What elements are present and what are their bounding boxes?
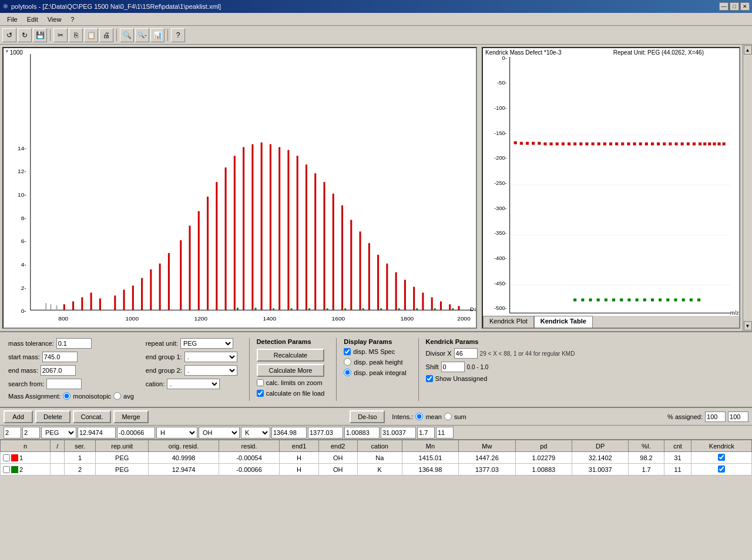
detection-params-col: Detection Params Recalculate Calculate M… <box>249 338 325 401</box>
toolbar-paste[interactable]: 📋 <box>84 28 98 42</box>
toolbar-refresh[interactable]: ↻ <box>18 28 32 42</box>
svg-rect-127 <box>687 143 690 146</box>
svg-rect-120 <box>645 143 648 146</box>
cation-label: cation: <box>146 380 164 387</box>
toolbar-chart[interactable]: 📊 <box>150 28 164 42</box>
disp-ms-spec-checkbox[interactable] <box>344 348 351 355</box>
toolbar-copy[interactable]: ⎘ <box>69 28 83 42</box>
svg-text:0-: 0- <box>21 308 26 314</box>
row-num2-input[interactable] <box>22 427 40 438</box>
svg-text:2000: 2000 <box>457 315 471 322</box>
delete-button[interactable]: Delete <box>35 410 70 423</box>
menu-view[interactable]: View <box>43 15 66 24</box>
kendrick-table-tab[interactable]: Kendrick Table <box>534 316 593 328</box>
svg-rect-22 <box>99 298 101 310</box>
scroll-down-arrow[interactable]: ▼ <box>744 321 752 330</box>
concat-button[interactable]: Concat. <box>73 410 111 423</box>
cell-rep-unit: PEG <box>95 452 148 464</box>
end-group2-dropdown[interactable]: . <box>184 365 237 376</box>
orig-resid-input[interactable] <box>78 427 116 438</box>
repeat-unit-label: repeat unit: <box>146 340 178 347</box>
maximize-button[interactable]: □ <box>730 2 739 11</box>
svg-rect-43 <box>297 156 298 310</box>
shift-input[interactable] <box>441 362 465 372</box>
calc-limits-checkbox[interactable] <box>257 379 264 386</box>
recalculate-button[interactable]: Recalculate <box>257 349 325 362</box>
menu-file[interactable]: File <box>2 15 22 24</box>
de-iso-button[interactable]: De-Iso <box>350 410 385 423</box>
data-table: n / ser. rep.unit orig. resid. resid. en… <box>0 440 752 475</box>
mean-label: mean <box>425 413 442 420</box>
end-mass-input[interactable] <box>41 365 76 376</box>
close-button[interactable]: ✕ <box>740 2 750 11</box>
toolbar-cut[interactable]: ✂ <box>53 28 68 42</box>
disp-peak-integral-radio[interactable] <box>344 369 351 376</box>
row1-checkbox[interactable] <box>3 454 10 461</box>
svg-text:-400-: -400- <box>494 255 506 261</box>
svg-text:6-: 6- <box>21 238 26 244</box>
start-mass-input[interactable] <box>42 352 78 362</box>
pct-i-input[interactable] <box>417 427 435 438</box>
disp-peak-height-radio[interactable] <box>344 358 351 366</box>
menu-help[interactable]: ? <box>66 15 79 24</box>
minimize-button[interactable]: — <box>719 2 728 11</box>
scroll-up-arrow[interactable]: ▲ <box>744 45 752 55</box>
toolbar-new[interactable]: ↺ <box>2 28 16 42</box>
cell-color-indicator: 1 <box>1 452 51 464</box>
svg-rect-100 <box>526 142 529 145</box>
dp-input[interactable] <box>381 427 416 438</box>
col-end1: end1 <box>280 440 318 452</box>
pct-assigned-input1[interactable] <box>705 411 726 422</box>
cation-select[interactable]: K <box>241 427 270 438</box>
menu-edit[interactable]: Edit <box>22 15 43 24</box>
calculate-more-button[interactable]: Calculate More <box>257 364 325 377</box>
row1-kendrick-checkbox[interactable] <box>718 454 725 461</box>
calc-file-load-checkbox[interactable] <box>257 390 264 397</box>
toolbar-print[interactable]: 🖨 <box>99 28 113 42</box>
search-from-input[interactable] <box>46 379 82 389</box>
sum-radio[interactable] <box>444 413 452 420</box>
pct-assigned-input2[interactable] <box>728 411 748 422</box>
mw-input[interactable] <box>308 427 343 438</box>
toolbar-zoom-out[interactable]: 🔍- <box>135 28 149 42</box>
cation-dropdown[interactable]: . <box>167 379 220 389</box>
toolbar-zoom-in[interactable]: 🔍 <box>120 28 134 42</box>
svg-rect-46 <box>323 182 325 310</box>
svg-rect-44 <box>306 164 307 310</box>
divisor-x-input[interactable] <box>454 348 478 359</box>
repeat-unit-dropdown[interactable]: PEG <box>180 338 233 349</box>
end-group1-dropdown[interactable]: . <box>184 352 237 362</box>
add-button[interactable]: Add <box>4 410 33 423</box>
charts-scrollbar[interactable]: ▲ ▼ <box>743 45 752 331</box>
merge-button[interactable]: Merge <box>113 410 149 423</box>
mass-tolerance-input[interactable] <box>56 338 92 349</box>
row-num-input[interactable] <box>4 427 21 438</box>
svg-rect-128 <box>693 143 696 146</box>
end2-select[interactable]: OH <box>199 427 240 438</box>
end1-select[interactable]: H <box>156 427 197 438</box>
avg-radio[interactable] <box>113 392 121 400</box>
svg-text:-200-: -200- <box>494 155 506 161</box>
cnt-input[interactable] <box>436 427 454 438</box>
svg-rect-131 <box>708 143 711 146</box>
mn-input[interactable] <box>271 427 307 438</box>
col-orig-resid: orig. resid. <box>149 440 219 452</box>
row2-checkbox[interactable] <box>3 466 10 473</box>
divisor-x-hint: 29 < X < 88, 1 or 44 for regular KMD <box>480 350 575 357</box>
svg-text:1800: 1800 <box>401 315 414 322</box>
toolbar-save[interactable]: 💾 <box>33 28 47 42</box>
kendrick-plot-tab[interactable]: Kendrick Plot <box>483 316 534 328</box>
pd-input[interactable] <box>344 427 380 438</box>
svg-rect-67 <box>273 308 274 310</box>
mean-radio[interactable] <box>415 413 423 420</box>
show-unassigned-checkbox[interactable] <box>426 375 433 382</box>
mono-radio[interactable] <box>63 392 70 400</box>
svg-rect-149 <box>682 298 685 301</box>
row2-kendrick-checkbox[interactable] <box>718 465 725 473</box>
rep-unit-select[interactable]: PEG <box>41 427 76 438</box>
resid-input[interactable] <box>117 427 155 438</box>
end-group1-label: end group 1: <box>146 353 182 360</box>
svg-rect-56 <box>413 287 415 311</box>
svg-rect-55 <box>404 280 406 311</box>
toolbar-help[interactable]: ? <box>171 28 185 42</box>
